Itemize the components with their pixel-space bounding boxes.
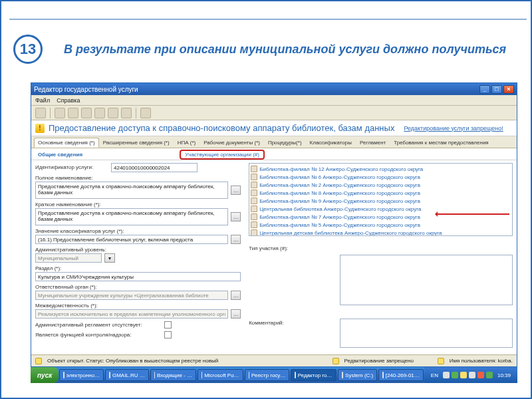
- fullname-field[interactable]: Предоставление доступа к справочно-поиск…: [35, 182, 228, 199]
- list-item[interactable]: Центральная библиотека Анжеро-Судженског…: [251, 205, 511, 213]
- interdep-label: Межведомственность (*):: [35, 303, 241, 309]
- list-item[interactable]: Библиотека-филиал № 6 Анжеро-Судженского…: [251, 173, 511, 181]
- subtab-orgs[interactable]: Участвующие организации (#): [180, 150, 265, 160]
- org-icon: [251, 174, 257, 180]
- menubar: Файл Справка: [31, 95, 517, 106]
- taskbar-item[interactable]: электронно…: [59, 369, 104, 381]
- responsible-label: Ответственный орган (*):: [35, 284, 241, 290]
- classifier-field[interactable]: [35, 235, 228, 244]
- status-lock: Редактирование запрещено: [344, 358, 414, 364]
- taskbar-item-active[interactable]: Редактор го…: [291, 369, 336, 381]
- tray-icon[interactable]: [460, 372, 467, 378]
- shortname-label: Краткое наименование (*):: [35, 201, 241, 207]
- status-text: Объект открыт. Статус: Опубликован в выш…: [47, 358, 218, 364]
- menu-file[interactable]: Файл: [35, 97, 50, 104]
- tab-classifiers[interactable]: Классификаторы: [306, 138, 356, 148]
- taskbar-item[interactable]: GMAIL.RU …: [105, 369, 149, 381]
- adm-reg-checkbox[interactable]: [164, 321, 172, 329]
- section-field[interactable]: [35, 272, 241, 281]
- list-item[interactable]: Библиотека-филиал № 12 Анжеро-Судженског…: [251, 165, 511, 173]
- subtab-general[interactable]: Общие сведения: [34, 150, 86, 160]
- app-icon: [63, 372, 64, 378]
- titlebar: Редактор государственной услуги _ □ ×: [31, 83, 517, 95]
- tab-procedures[interactable]: Процедуры(*): [264, 138, 306, 148]
- org-icon: [251, 198, 257, 204]
- print-icon[interactable]: [55, 108, 65, 118]
- admin-level-dropdown[interactable]: ▾: [104, 253, 115, 263]
- clock[interactable]: 10:39: [495, 372, 513, 378]
- edit-locked-link[interactable]: Редактирование услуги запрещено!: [404, 125, 503, 132]
- classifier-pick-button[interactable]: …: [231, 235, 241, 244]
- tray-icon[interactable]: [443, 372, 450, 378]
- system-tray: EN 10:39: [424, 367, 517, 383]
- app-icon: [109, 372, 110, 378]
- close-button[interactable]: ×: [503, 85, 514, 94]
- responsible-field[interactable]: [35, 291, 228, 300]
- window-title: Редактор государственной услуги: [34, 86, 138, 93]
- admin-level-label: Административный уровень:: [35, 247, 241, 253]
- tab-npa[interactable]: НПА (*): [174, 138, 200, 148]
- taskbar-item[interactable]: [240-269-01…: [378, 369, 424, 381]
- taskbar-item[interactable]: Реестр госу…: [245, 369, 290, 381]
- tab-requirements[interactable]: Требования к местам предоставления: [390, 138, 492, 148]
- app-icon: [295, 372, 295, 378]
- maximize-button[interactable]: □: [491, 85, 502, 94]
- shortname-field[interactable]: Предоставление доступа к справочно-поиск…: [35, 208, 228, 225]
- save-icon[interactable]: [35, 108, 46, 118]
- tray-icon[interactable]: [452, 372, 458, 378]
- responsible-pick-button[interactable]: …: [231, 291, 241, 300]
- windows-taskbar: пуск электронно… GMAIL.RU … Входящие - ……: [31, 367, 517, 383]
- list-item[interactable]: Библиотека-филиал № 9 Анжеро-Судженского…: [251, 197, 511, 205]
- attach-icon[interactable]: [121, 108, 132, 118]
- list-item[interactable]: Библиотека-филиал № 2 Анжеро-Судженского…: [251, 181, 511, 189]
- copy-icon[interactable]: [81, 108, 92, 118]
- interdep-field[interactable]: [35, 309, 228, 319]
- delete-icon[interactable]: [94, 108, 105, 118]
- start-button[interactable]: пуск: [31, 367, 59, 383]
- shortname-expand-button[interactable]: …: [231, 212, 241, 221]
- callout-arrow: [436, 213, 509, 215]
- taskbar-item[interactable]: System (C:): [338, 369, 378, 381]
- export-icon[interactable]: [68, 108, 78, 118]
- app-icon: [382, 372, 383, 378]
- minimize-button[interactable]: _: [479, 85, 490, 94]
- tab-docs[interactable]: Рабочие документы (*): [200, 138, 264, 148]
- participation-type-box[interactable]: [340, 255, 513, 305]
- fullname-expand-button[interactable]: …: [231, 186, 241, 195]
- tray-icon[interactable]: [486, 372, 493, 378]
- org-icon: [251, 182, 257, 188]
- tray-icon[interactable]: [477, 372, 484, 378]
- org-list[interactable]: Библиотека-филиал № 12 Анжеро-Судженског…: [249, 163, 513, 236]
- fullname-label: Полное наименование:: [35, 175, 241, 181]
- tip-label: Тип участия (#):: [249, 245, 288, 251]
- language-indicator[interactable]: EN: [428, 372, 441, 378]
- status-user: Имя пользователя: korba.: [450, 358, 513, 364]
- tab-extended[interactable]: Расширенные сведения (*): [99, 138, 174, 148]
- list-item[interactable]: Библиотека-филиал № 5 Анжеро-Судженского…: [251, 221, 511, 229]
- classifier-label: Значение классификатора услуг (*):: [35, 228, 241, 234]
- sub-tabs: Общие сведения Участвующие организации (…: [31, 148, 517, 160]
- interdep-pick-button[interactable]: …: [231, 309, 241, 319]
- application-window: Редактор государственной услуги _ □ × Фа…: [31, 82, 517, 367]
- comment-box[interactable]: [340, 319, 513, 348]
- toolbar: [31, 106, 517, 120]
- admin-level-field[interactable]: [35, 253, 102, 263]
- comment-label: Комментарий:: [249, 320, 284, 326]
- taskbar-item[interactable]: Microsoft Po…: [198, 369, 243, 381]
- list-item[interactable]: Библиотека-филиал № 8 Анжеро-Судженского…: [251, 189, 511, 197]
- control-checkbox[interactable]: [164, 331, 172, 338]
- help-icon[interactable]: [140, 108, 151, 118]
- id-field[interactable]: [111, 163, 198, 172]
- tab-general-info[interactable]: Основные сведения (*): [34, 138, 99, 148]
- user-icon: [438, 358, 444, 364]
- tray-icon[interactable]: [469, 372, 475, 378]
- adm-reg-label: Административный регламент отсутствует:: [35, 322, 162, 328]
- form-panel: Идентификатор услуги: Полное наименовани…: [31, 160, 245, 354]
- org-icon: [251, 221, 257, 228]
- tab-reglament[interactable]: Регламент: [356, 138, 390, 148]
- menu-help[interactable]: Справка: [57, 97, 80, 104]
- list-item[interactable]: Центральная детская библиотека Анжеро-Су…: [251, 229, 511, 236]
- taskbar-item[interactable]: Входящие - …: [150, 369, 196, 381]
- approve-icon[interactable]: [108, 108, 118, 118]
- slide-number: 13: [13, 35, 43, 64]
